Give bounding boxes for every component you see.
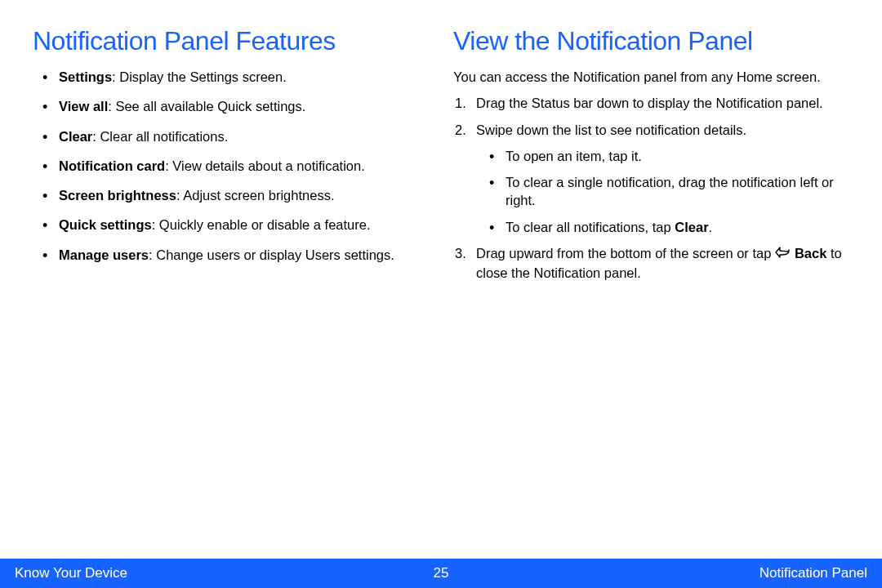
- heading-features: Notification Panel Features: [33, 26, 429, 56]
- feature-item: Quick settings: Quickly enable or disabl…: [47, 216, 429, 234]
- back-icon: [775, 245, 793, 263]
- features-list: Settings: Display the Settings screen. V…: [33, 68, 429, 264]
- sub-item: To clear a single notification, drag the…: [494, 173, 849, 210]
- footer-right: Notification Panel: [448, 565, 867, 581]
- feature-item: Screen brightness: Adjust screen brightn…: [47, 186, 429, 204]
- steps-list: Drag the Status bar down to display the …: [453, 94, 849, 282]
- step-item: Swipe down the list to see notification …: [453, 121, 849, 236]
- feature-item: Notification card: View details about a …: [47, 157, 429, 175]
- feature-item: Clear: Clear all notifications.: [47, 127, 429, 145]
- right-column: View the Notification Panel You can acce…: [453, 26, 849, 539]
- intro-text: You can access the Notification panel fr…: [453, 68, 849, 86]
- feature-item: Manage users: Change users or display Us…: [47, 246, 429, 264]
- footer-bar: Know Your Device 25 Notification Panel: [0, 559, 882, 588]
- step-item: Drag the Status bar down to display the …: [453, 94, 849, 112]
- sub-item: To clear all notifications, tap Clear.: [494, 218, 849, 236]
- heading-view: View the Notification Panel: [453, 26, 849, 56]
- feature-item: Settings: Display the Settings screen.: [47, 68, 429, 86]
- left-column: Notification Panel Features Settings: Di…: [33, 26, 429, 539]
- step-item: Drag upward from the bottom of the scree…: [453, 244, 849, 282]
- footer-left: Know Your Device: [15, 565, 434, 581]
- sub-item: To open an item, tap it.: [494, 147, 849, 165]
- footer-page: 25: [434, 565, 449, 581]
- feature-item: View all: See all available Quick settin…: [47, 97, 429, 115]
- sub-list: To open an item, tap it. To clear a sing…: [476, 147, 849, 236]
